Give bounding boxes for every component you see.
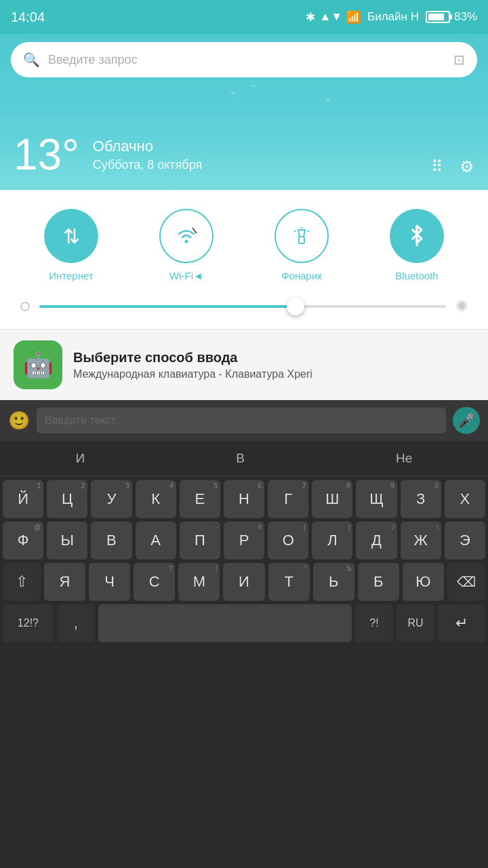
notification-subtitle: Международная клавиатура - Клавиатура Xp… — [73, 368, 474, 380]
suggestions-row: И В Не — [0, 441, 488, 476]
key-э[interactable]: Э — [445, 521, 485, 559]
shift-key[interactable]: ⇧ — [3, 563, 41, 601]
key-д[interactable]: /Д — [356, 521, 396, 559]
internet-icon-circle: ⇅ — [44, 209, 98, 263]
key-ю[interactable]: Ю — [403, 563, 444, 601]
emoji-button[interactable]: 🙂 — [8, 410, 30, 431]
key-row-2: @Ф Ы :В А -П #Р (О )Л /Д \Ж Э — [3, 521, 485, 559]
suggestion-1[interactable]: И — [76, 451, 85, 466]
key-row-1: 1Й 2Ц 3У 4К 5Е 6Н 7Г 8Ш 9Щ 0З Х — [3, 480, 485, 518]
key-г[interactable]: 7Г — [268, 480, 308, 518]
key-е[interactable]: 5Е — [180, 480, 220, 518]
network-status-icon: ▲▼ — [319, 10, 342, 24]
brightness-max-icon: ✺ — [455, 298, 468, 315]
key-ч[interactable]: Ч — [89, 563, 130, 601]
weather-date: Суббота, 8 октября — [93, 158, 202, 172]
key-row-3: ⇧ Я Ч ?С !М И "Т ЪЬ Б Ю ⌫ — [3, 563, 485, 601]
language-key[interactable]: RU — [396, 604, 434, 642]
delete-key[interactable]: ⌫ — [447, 563, 485, 601]
key-row-bottom: 12!? , ?! RU ↵ — [3, 604, 485, 642]
bird-decoration: ~ — [230, 88, 235, 98]
svg-marker-2 — [298, 230, 305, 237]
quick-settings-panel: ⇅ Интернет Wi-Fi◄ — [0, 190, 488, 329]
notification-panel[interactable]: 🤖 Выберите способ ввода Международная кл… — [0, 329, 488, 400]
bird-decoration: ~ — [325, 95, 330, 104]
temperature: 13° — [14, 133, 79, 176]
key-ь[interactable]: ЪЬ — [313, 563, 354, 601]
svg-line-6 — [308, 231, 309, 232]
key-р[interactable]: #Р — [224, 521, 264, 559]
key-й[interactable]: 1Й — [3, 480, 43, 518]
key-с[interactable]: ?С — [134, 563, 175, 601]
brightness-row: ✺ — [14, 298, 474, 315]
enter-key[interactable]: ↵ — [438, 604, 485, 642]
key-ш[interactable]: 8Ш — [312, 480, 352, 518]
text-input-row: 🙂 Введите текст 🎤 — [0, 400, 488, 441]
keyboard-area: 🙂 Введите текст 🎤 И В Не 1Й 2Ц 3У 4К 5Е … — [0, 400, 488, 650]
mic-button[interactable]: 🎤 — [453, 407, 480, 434]
svg-point-0 — [185, 240, 188, 243]
suggestion-3[interactable]: Не — [396, 451, 412, 466]
search-bar[interactable]: 🔍 Введите запрос ⊡ — [11, 42, 477, 77]
key-и[interactable]: И — [223, 563, 264, 601]
key-ы[interactable]: Ы — [47, 521, 87, 559]
weather-actions: ⠿ ⚙ — [431, 157, 474, 176]
key-ж[interactable]: \Ж — [401, 521, 441, 559]
internet-label: Интернет — [49, 270, 93, 281]
key-п[interactable]: -П — [180, 521, 220, 559]
brightness-min-icon — [20, 302, 30, 311]
apps-button[interactable]: ⠿ — [431, 157, 443, 176]
battery-icon — [426, 11, 450, 23]
key-о[interactable]: (О — [268, 521, 308, 559]
notification-content: Выберите способ ввода Международная клав… — [73, 350, 474, 380]
bluetooth-status-icon: ✱ — [306, 10, 315, 24]
key-ц[interactable]: 2Ц — [47, 480, 87, 518]
weather-condition: Облачно — [93, 138, 202, 155]
key-б[interactable]: Б — [358, 563, 399, 601]
key-н[interactable]: 6Н — [224, 480, 264, 518]
status-icons: ✱ ▲▼ 📶 Билайн Н 83% — [306, 10, 477, 24]
bird-decoration: ~ — [251, 81, 256, 91]
home-area: 🔍 Введите запрос ⊡ ~ ~ ~ 13° Облачно Суб… — [0, 34, 488, 190]
key-ф[interactable]: @Ф — [3, 521, 43, 559]
toggle-bluetooth[interactable]: Bluetooth — [390, 209, 444, 281]
punctuation-key[interactable]: ?! — [355, 604, 393, 642]
space-key[interactable] — [98, 604, 352, 642]
status-bar: 14:04 ✱ ▲▼ 📶 Билайн Н 83% — [0, 0, 488, 34]
key-а[interactable]: А — [136, 521, 176, 559]
suggestion-2[interactable]: В — [236, 451, 245, 466]
toggle-flashlight[interactable]: Фонарик — [274, 209, 329, 281]
toggle-internet[interactable]: ⇅ Интернет — [44, 209, 98, 281]
key-щ[interactable]: 9Щ — [356, 480, 396, 518]
key-х[interactable]: Х — [445, 480, 485, 518]
comma-key[interactable]: , — [57, 604, 95, 642]
carrier-text: Билайн Н — [367, 10, 419, 24]
toggle-wifi[interactable]: Wi-Fi◄ — [159, 209, 214, 281]
svg-line-5 — [294, 231, 296, 232]
flashlight-icon-circle — [274, 209, 329, 263]
key-з[interactable]: 0З — [401, 480, 441, 518]
bluetooth-icon-circle — [390, 209, 444, 263]
settings-button[interactable]: ⚙ — [460, 157, 474, 176]
search-icon: 🔍 — [23, 52, 40, 68]
brightness-slider[interactable] — [39, 305, 446, 308]
key-л[interactable]: )Л — [312, 521, 352, 559]
key-м[interactable]: !М — [178, 563, 220, 601]
notification-app-icon: 🤖 — [14, 340, 62, 389]
numbers-key[interactable]: 12!? — [3, 604, 54, 642]
key-у[interactable]: 3У — [91, 480, 131, 518]
signal-icon: 📶 — [346, 10, 361, 24]
key-т[interactable]: "Т — [268, 563, 310, 601]
key-я[interactable]: Я — [44, 563, 85, 601]
key-в[interactable]: :В — [91, 521, 131, 559]
scan-icon[interactable]: ⊡ — [453, 52, 465, 68]
keyboard: 1Й 2Ц 3У 4К 5Е 6Н 7Г 8Ш 9Щ 0З Х @Ф Ы :В … — [0, 476, 488, 650]
brightness-thumb[interactable] — [287, 298, 304, 315]
search-input[interactable]: Введите запрос — [48, 53, 445, 67]
svg-rect-3 — [299, 237, 304, 243]
status-time: 14:04 — [11, 9, 45, 25]
key-к[interactable]: 4К — [136, 480, 176, 518]
text-field[interactable]: Введите текст — [37, 408, 446, 433]
wifi-icon-circle — [159, 209, 214, 263]
weather-detail: Облачно Суббота, 8 октября — [93, 138, 202, 172]
